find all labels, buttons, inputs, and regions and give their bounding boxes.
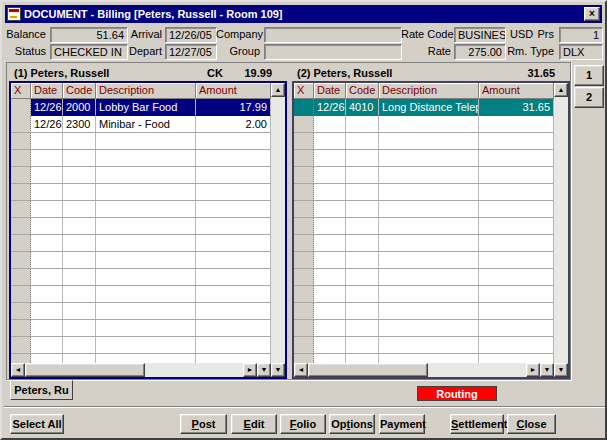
grid-cell xyxy=(196,303,271,320)
grid-cell xyxy=(96,269,196,286)
table-row xyxy=(294,116,554,133)
row-marker-cell xyxy=(294,133,314,150)
window-1-button[interactable]: 1 xyxy=(574,65,604,86)
grid-cell xyxy=(196,252,271,269)
row-marker-cell xyxy=(294,235,314,252)
post-button[interactable]: Post xyxy=(180,414,227,434)
grid-cell xyxy=(379,337,479,354)
table-row xyxy=(11,269,271,286)
folio-tab-peters[interactable]: Peters, Ru xyxy=(10,380,73,400)
grid-body: 12/262000Lobby Bar Food17.9912/262300Min… xyxy=(11,99,271,363)
grid-cell xyxy=(31,286,63,303)
grid-cell xyxy=(314,286,346,303)
vertical-scrollbar: ▲▼ xyxy=(271,83,285,377)
grid-cell xyxy=(346,133,379,150)
grid-cell xyxy=(96,252,196,269)
grid-cell xyxy=(479,133,554,150)
row-marker-cell xyxy=(294,201,314,218)
grid-cell: 2000 xyxy=(63,99,96,116)
routing-badge[interactable]: Routing xyxy=(417,386,497,401)
folio-button[interactable]: Folio xyxy=(280,414,326,434)
table-row xyxy=(294,235,554,252)
grid-cell xyxy=(346,201,379,218)
window-2-button[interactable]: 2 xyxy=(574,87,604,108)
grid-column-header: Date xyxy=(31,83,63,99)
scrollbar-track[interactable] xyxy=(554,97,568,363)
scroll-down-icon[interactable]: ▼ xyxy=(271,363,285,377)
row-marker-cell xyxy=(11,235,31,252)
scrollbar-track[interactable] xyxy=(428,363,526,377)
scrollbar-thumb[interactable] xyxy=(25,363,145,377)
table-row[interactable]: 12/264010Long Distance Telephor31.65 xyxy=(294,99,554,116)
grid-cell: 31.65 xyxy=(479,99,554,116)
scroll-corner-down-icon[interactable]: ▼ xyxy=(540,363,554,377)
scroll-down-icon[interactable]: ▼ xyxy=(554,363,568,377)
grid-cell xyxy=(31,167,63,184)
grid-cell xyxy=(346,337,379,354)
grid-cell xyxy=(314,337,346,354)
grid-cell xyxy=(31,320,63,337)
grid-cell xyxy=(346,354,379,363)
table-row[interactable]: 12/262300Minibar - Food2.00 xyxy=(11,116,271,133)
select-all-button[interactable]: Select All xyxy=(10,414,64,434)
grid-cell xyxy=(31,252,63,269)
row-marker-cell xyxy=(11,252,31,269)
grid-cell xyxy=(314,235,346,252)
settlement-button[interactable]: Settlement xyxy=(450,414,504,434)
grid-cell xyxy=(314,218,346,235)
grid-cell xyxy=(379,252,479,269)
row-marker-cell xyxy=(294,320,314,337)
scrollbar-track[interactable] xyxy=(145,363,243,377)
table-row xyxy=(294,184,554,201)
table-row xyxy=(294,286,554,303)
grid-cell xyxy=(96,235,196,252)
grid-cell xyxy=(479,116,554,133)
grid-cell xyxy=(196,167,271,184)
grid-cell xyxy=(63,269,96,286)
grid-column-header: Code xyxy=(346,83,379,99)
horizontal-scrollbar: ◄►▼ xyxy=(11,363,271,377)
close-icon[interactable]: × xyxy=(584,7,600,21)
grid-cell xyxy=(479,167,554,184)
scrollbar-track[interactable] xyxy=(271,97,285,363)
grid-cell xyxy=(379,320,479,337)
grid-cell xyxy=(314,201,346,218)
grid-cell xyxy=(346,235,379,252)
grid-cell: 2.00 xyxy=(196,116,271,133)
scroll-right-icon[interactable]: ► xyxy=(243,363,257,377)
close-button[interactable]: Close xyxy=(507,414,556,434)
scroll-left-icon[interactable]: ◄ xyxy=(294,363,308,377)
grid-cell xyxy=(31,337,63,354)
row-marker-cell xyxy=(294,218,314,235)
row-marker-cell xyxy=(294,116,314,133)
scrollbar-thumb[interactable] xyxy=(308,363,428,377)
options-button[interactable]: Options xyxy=(329,414,375,434)
row-marker-cell xyxy=(11,116,31,133)
folio-windows-area: (1) Peters, Russell CK 19.99 XDateCodeDe… xyxy=(6,62,571,380)
grid-cell xyxy=(346,116,379,133)
room-type-label: Rm. Type xyxy=(506,44,554,59)
table-row xyxy=(11,354,271,363)
balance-field: 51.64 xyxy=(50,27,128,43)
grid-column-header: X xyxy=(294,83,314,99)
scroll-right-icon[interactable]: ► xyxy=(526,363,540,377)
grid-cell xyxy=(314,252,346,269)
payment-button[interactable]: Payment xyxy=(379,414,425,434)
scroll-up-icon[interactable]: ▲ xyxy=(271,83,285,97)
grid-cell xyxy=(63,150,96,167)
grid-cell xyxy=(96,167,196,184)
edit-button[interactable]: Edit xyxy=(231,414,277,434)
scroll-up-icon[interactable]: ▲ xyxy=(554,83,568,97)
table-row xyxy=(11,286,271,303)
group-field xyxy=(264,44,402,60)
table-row[interactable]: 12/262000Lobby Bar Food17.99 xyxy=(11,99,271,116)
grid-column-header: Code xyxy=(63,83,96,99)
table-row xyxy=(11,201,271,218)
scroll-corner-down-icon[interactable]: ▼ xyxy=(257,363,271,377)
scroll-left-icon[interactable]: ◄ xyxy=(11,363,25,377)
grid-cell xyxy=(31,354,63,363)
grid-cell xyxy=(63,167,96,184)
grid-cell: 12/26 xyxy=(314,99,346,116)
grid-cell xyxy=(96,354,196,363)
grid-cell: 12/26 xyxy=(31,99,63,116)
